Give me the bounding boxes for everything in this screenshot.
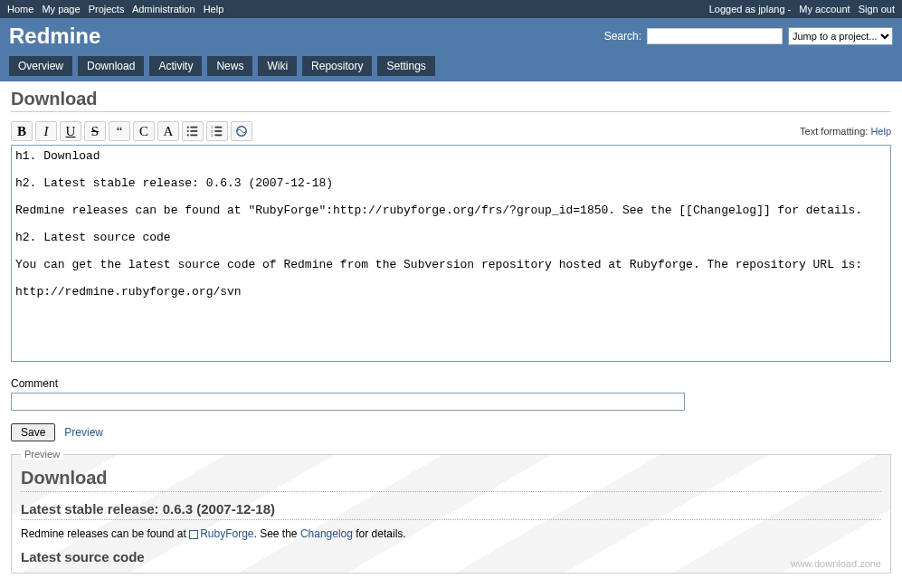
search-input[interactable] — [647, 28, 783, 44]
page-title: Download — [11, 89, 891, 112]
help-link[interactable]: Help — [870, 126, 891, 137]
preview-h1: Download — [21, 468, 881, 492]
comment-label: Comment — [11, 377, 891, 390]
nav-home[interactable]: Home — [7, 4, 33, 14]
svg-rect-3 — [190, 130, 197, 132]
jump-project-select[interactable]: Jump to a project... — [788, 27, 893, 45]
italic-button[interactable]: I — [35, 121, 57, 141]
top-menu: Home My page Projects Administration Hel… — [0, 0, 902, 18]
preview-h2-release: Latest stable release: 0.6.3 (2007-12-18… — [21, 501, 881, 520]
link-button[interactable] — [231, 121, 252, 141]
watermark: www.download.zone — [791, 558, 881, 569]
save-button[interactable]: Save — [11, 423, 55, 441]
underline-button[interactable]: U — [60, 121, 81, 141]
preview-box: Preview Download Latest stable release: … — [11, 454, 891, 574]
svg-point-2 — [187, 130, 189, 132]
nav-my-page[interactable]: My page — [42, 4, 80, 14]
nav-sign-out[interactable]: Sign out — [859, 4, 895, 14]
tab-overview[interactable]: Overview — [9, 56, 72, 76]
unordered-list-button[interactable] — [182, 121, 204, 141]
logged-as: Logged as jplang - — [709, 4, 792, 14]
preview-link[interactable]: Preview — [64, 426, 103, 439]
preview-h2-source: Latest source code — [21, 549, 881, 567]
svg-point-4 — [187, 134, 189, 136]
external-link-icon — [189, 530, 198, 539]
font-button[interactable]: A — [157, 121, 179, 141]
strike-button[interactable]: S — [84, 121, 106, 141]
svg-rect-7 — [214, 127, 222, 128]
svg-rect-9 — [214, 130, 222, 132]
nav-help[interactable]: Help — [204, 4, 224, 14]
svg-point-0 — [187, 127, 189, 128]
rubyforge-link[interactable]: RubyForge — [200, 527, 253, 540]
svg-rect-11 — [214, 135, 222, 137]
tab-wiki[interactable]: Wiki — [258, 56, 297, 76]
search-label: Search: — [604, 30, 641, 43]
svg-rect-1 — [190, 127, 197, 128]
editor-toolbar: B I U S “ C A 123 — [11, 121, 252, 141]
formatting-label: Text formatting: — [800, 126, 868, 137]
bold-button[interactable]: B — [11, 121, 33, 141]
tab-news[interactable]: News — [207, 56, 252, 76]
quote-button[interactable]: “ — [109, 121, 130, 141]
tab-repository[interactable]: Repository — [302, 56, 372, 76]
ordered-list-button[interactable]: 123 — [206, 121, 228, 141]
nav-my-account[interactable]: My account — [799, 4, 850, 14]
comment-input[interactable] — [11, 393, 685, 411]
code-button[interactable]: C — [133, 121, 155, 141]
content: Download B I U S “ C A 123 Text formatti… — [0, 81, 902, 581]
svg-rect-5 — [190, 135, 197, 137]
project-title: Redmine — [9, 24, 100, 49]
preview-legend: Preview — [21, 449, 63, 460]
tab-activity[interactable]: Activity — [149, 56, 202, 76]
tab-settings[interactable]: Settings — [377, 56, 434, 76]
wiki-editor[interactable]: h1. Download h2. Latest stable release: … — [11, 145, 891, 362]
main-menu: Overview Download Activity News Wiki Rep… — [0, 56, 902, 81]
changelog-link[interactable]: Changelog — [300, 527, 353, 540]
nav-projects[interactable]: Projects — [89, 4, 125, 14]
preview-paragraph: Redmine releases can be found at RubyFor… — [21, 527, 881, 540]
header: Redmine Search: Jump to a project... — [0, 18, 902, 56]
nav-administration[interactable]: Administration — [132, 4, 195, 14]
svg-text:3: 3 — [211, 133, 214, 138]
tab-download[interactable]: Download — [78, 56, 144, 76]
